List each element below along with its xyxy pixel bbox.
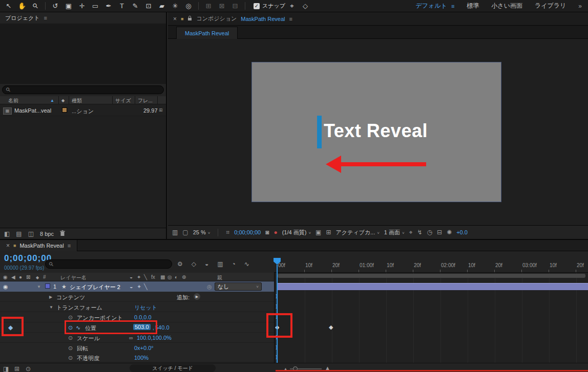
column-divider[interactable] [69, 96, 69, 104]
position-keyframe-2[interactable]: ◆ [329, 324, 333, 331]
property-row-contents[interactable]: ▶ コンテンツ 追加: ▶ [0, 292, 274, 302]
sort-ascending-icon[interactable]: ▲ [50, 98, 54, 103]
pen-tool-icon[interactable]: ✒ [102, 2, 115, 10]
stopwatch-icon[interactable]: ⊙ [68, 355, 73, 361]
channel-settings-icon[interactable]: ● [274, 229, 277, 236]
snap-checkbox[interactable]: ✓ [254, 3, 260, 9]
graph-editor-icon[interactable]: ∿ [244, 260, 249, 268]
expander-icon[interactable]: ▼ [49, 305, 53, 310]
workspace-small-screen[interactable]: 小さい画面 [491, 2, 522, 10]
region-of-interest-icon[interactable]: ▣ [316, 229, 321, 236]
expand-layer-switches-icon[interactable]: ◨ [3, 365, 9, 372]
column-type[interactable]: 種類 [72, 97, 82, 104]
work-area-bar[interactable] [278, 274, 585, 278]
hide-shy-layers-icon[interactable]: ◒ [205, 260, 208, 268]
interpret-footage-icon[interactable]: ◧ [4, 230, 10, 237]
label-column-icon[interactable]: ◆ [61, 98, 65, 103]
local-axis-mode-icon[interactable]: ⊞ [202, 2, 215, 10]
panel-menu-icon[interactable]: ≡ [44, 15, 47, 21]
stopwatch-icon[interactable]: ⊙ [68, 345, 73, 352]
column-size[interactable]: サイズ [115, 97, 131, 104]
frame-blending-icon[interactable]: ▥ [217, 260, 223, 268]
lock-icon[interactable] [187, 15, 192, 22]
property-label[interactable]: コンテンツ [56, 294, 85, 301]
mini-flowchart-icon[interactable]: ⚙ [177, 260, 183, 268]
add-button[interactable]: ▶ [194, 293, 200, 300]
panel-menu-icon[interactable]: ≡ [68, 243, 71, 249]
quality-toggle-icon[interactable]: ╲ [144, 283, 148, 290]
switches-modes-button[interactable]: スイッチ / モード [130, 364, 216, 372]
parent-column[interactable]: 親 [217, 274, 222, 281]
property-row-opacity[interactable]: ⊙ 不透明度 100% [0, 353, 274, 362]
clone-stamp-tool-icon[interactable]: ⊡ [142, 2, 155, 10]
motion-blur-icon[interactable]: ◔ [232, 260, 236, 268]
roto-brush-tool-icon[interactable]: ✳ [169, 2, 182, 10]
parent-dropdown[interactable]: なし ˅ [215, 282, 262, 291]
position-y-value[interactable]: 540.0 [155, 324, 170, 331]
new-folder-icon[interactable]: ▤ [16, 230, 22, 237]
type-tool-icon[interactable]: T [115, 2, 129, 10]
collapse-toggle-icon[interactable]: ✦ [137, 283, 141, 290]
workspace-standard[interactable]: 標準 [467, 2, 479, 10]
anchor-point-value[interactable]: 0.0,0.0 [134, 314, 152, 320]
opacity-value[interactable]: 100% [134, 355, 149, 361]
timeline-timecode[interactable]: 0;00;00;00 [4, 253, 52, 264]
stopwatch-icon[interactable]: ⊙ [68, 335, 73, 341]
constrain-link-icon[interactable]: ∞ [129, 335, 133, 341]
snap-options-icon[interactable]: ⌖ [285, 2, 299, 10]
layer-color-swatch[interactable] [45, 283, 50, 289]
column-divider[interactable] [135, 96, 135, 104]
eraser-tool-icon[interactable]: ▰ [155, 2, 169, 10]
eye-icon[interactable]: ◉ [3, 283, 8, 290]
workspace-overflow-icon[interactable]: » [578, 3, 582, 10]
view-axis-mode-icon[interactable]: ⊟ [228, 2, 242, 10]
timeline-search-input[interactable]: ⚲ [45, 259, 172, 269]
current-time-display[interactable]: 0;00;00;00 [234, 229, 261, 235]
column-divider[interactable] [58, 96, 59, 104]
property-row-transform[interactable]: ▼ トランスフォーム リセット [0, 302, 274, 312]
hand-tool-icon[interactable]: ✋ [15, 2, 29, 10]
pan-behind-tool-icon[interactable]: ✛ [75, 2, 89, 10]
trash-icon[interactable] [60, 230, 65, 237]
magnification-icon[interactable]: ▢ [182, 229, 188, 236]
project-item-row[interactable]: ▦ MaskPat...veal ...ション 29.97 ⊞ [0, 104, 166, 116]
workspace-menu-icon[interactable]: ≡ [451, 3, 454, 9]
shy-toggle-icon[interactable]: ◒ [130, 283, 133, 290]
rotate-tool-icon[interactable]: ↺ [49, 2, 62, 10]
workspace-libraries[interactable]: ライブラリ [535, 2, 566, 10]
viewer-tab[interactable]: MaskPath Reveal [176, 27, 238, 39]
new-composition-icon[interactable]: ◫ [28, 230, 34, 237]
panel-menu-icon[interactable]: ≡ [289, 16, 292, 22]
label-color-swatch[interactable] [62, 107, 67, 113]
layer-duration-bar[interactable] [278, 283, 588, 290]
layer-row[interactable]: ◉ ▼ 1 ★ シェイプレイヤー 2 ◒ ✦ ╲ ◎ なし ˅ [0, 281, 274, 292]
layer-name-column[interactable]: レイヤー名 [60, 274, 87, 281]
property-row-scale[interactable]: ⊙ スケール ∞ 100.0,100.0% [0, 333, 274, 343]
tab-composition-label[interactable]: コンポジション [196, 15, 237, 23]
pixel-aspect-icon[interactable]: ⌖ [409, 229, 413, 236]
draft-3d-icon[interactable]: ◇ [192, 260, 196, 268]
property-label[interactable]: 不透明度 [77, 355, 99, 362]
column-name[interactable]: 名前 [8, 97, 18, 104]
property-label[interactable]: 回転 [77, 345, 88, 353]
scale-value[interactable]: 100.0,100.0% [137, 335, 172, 341]
pickwhip-icon[interactable]: ◎ [207, 283, 212, 290]
fast-previews-icon[interactable]: ↯ [417, 229, 422, 236]
timeline-tab[interactable]: × ■ MaskPath Reveal ≡ [0, 240, 77, 251]
always-preview-icon[interactable]: ▥ [172, 229, 178, 236]
bit-depth-button[interactable]: 8 bpc [40, 231, 54, 237]
view-layout-dropdown[interactable]: 1 画面˅ [384, 229, 405, 236]
camera-dropdown[interactable]: アクティブカ...˅ [335, 229, 379, 236]
expand-in-out-icon[interactable]: ⊙ [26, 365, 31, 372]
flowchart-icon[interactable]: ⊟ [437, 229, 442, 236]
selection-tool-icon[interactable]: ↖ [2, 2, 15, 10]
expander-icon[interactable]: ▶ [49, 295, 52, 299]
timeline-track-area[interactable]: I I I I I I ◆ ◆ [274, 273, 588, 363]
puppet-pin-tool-icon[interactable]: ◎ [182, 2, 195, 10]
column-framerate[interactable]: フレ... [138, 97, 153, 104]
exposure-value[interactable]: +0.0 [456, 229, 468, 235]
exposure-icon[interactable]: ✺ [447, 229, 452, 236]
expander-icon[interactable]: ▼ [37, 285, 41, 289]
column-divider[interactable] [112, 96, 113, 104]
transparency-grid-icon[interactable]: ⊞ [326, 229, 331, 236]
